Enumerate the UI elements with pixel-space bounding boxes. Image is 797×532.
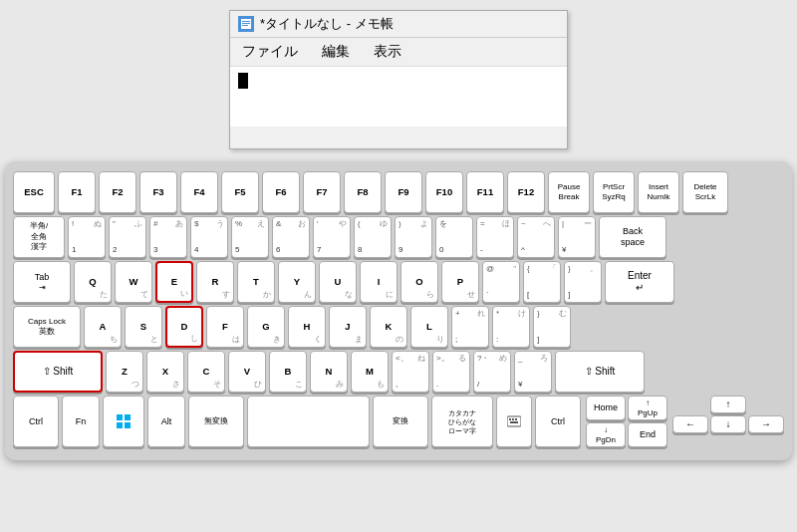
- key-backslash[interactable]: _ ¥ ろ: [514, 351, 552, 393]
- key-m[interactable]: M も: [351, 351, 389, 393]
- key-w[interactable]: W て: [115, 261, 152, 303]
- key-f9[interactable]: F9: [385, 171, 422, 213]
- key-capslock[interactable]: Caps Lock英数: [13, 306, 81, 348]
- key-tab[interactable]: Tab ⇥: [13, 261, 71, 303]
- key-f3[interactable]: F3: [139, 171, 177, 213]
- key-f12[interactable]: F12: [507, 171, 545, 213]
- key-comma[interactable]: <、 , ね: [392, 351, 429, 393]
- key-pgdn[interactable]: ↓PgDn: [586, 422, 626, 447]
- key-semicolon[interactable]: + ; れ: [451, 306, 489, 348]
- key-esc[interactable]: ESC: [13, 171, 55, 213]
- key-2[interactable]: " 2 ふ: [109, 216, 146, 258]
- svg-rect-8: [125, 422, 131, 428]
- key-space[interactable]: [247, 396, 370, 447]
- key-bracket-close[interactable]: { [ 「: [523, 261, 561, 303]
- key-i[interactable]: I に: [360, 261, 398, 303]
- key-minus[interactable]: = - ほ: [476, 216, 514, 258]
- key-h[interactable]: H く: [288, 306, 326, 348]
- key-f10[interactable]: F10: [425, 171, 463, 213]
- key-q[interactable]: Q た: [74, 261, 112, 303]
- key-enter[interactable]: Enter↵: [605, 261, 674, 303]
- key-henkan[interactable]: 変換: [373, 396, 428, 447]
- key-prtscr[interactable]: PrtScrSyzRq: [593, 171, 635, 213]
- key-bracket-open[interactable]: @ ` ": [482, 261, 520, 303]
- key-e[interactable]: E い: [155, 261, 193, 303]
- key-a[interactable]: A ち: [84, 306, 122, 348]
- key-shift-left[interactable]: ⇧ Shift: [13, 351, 103, 393]
- key-f6[interactable]: F6: [262, 171, 300, 213]
- key-f1[interactable]: F1: [58, 171, 96, 213]
- key-f7[interactable]: F7: [303, 171, 341, 213]
- key-pause[interactable]: PauseBreak: [548, 171, 590, 213]
- key-7[interactable]: ' 7 や: [313, 216, 351, 258]
- key-j[interactable]: J ま: [329, 306, 367, 348]
- menu-edit[interactable]: 編集: [318, 41, 354, 63]
- key-f4[interactable]: F4: [180, 171, 218, 213]
- key-b[interactable]: B こ: [269, 351, 307, 393]
- number-row: 半角/全角漢字 ! 1 ぬ " 2 ふ # 3 あ $ 4 う % 5 え & …: [13, 216, 784, 258]
- svg-rect-11: [512, 418, 514, 420]
- key-c[interactable]: C そ: [187, 351, 225, 393]
- key-1[interactable]: ! 1 ぬ: [68, 216, 106, 258]
- key-yen[interactable]: | ¥ ー: [558, 216, 596, 258]
- key-u[interactable]: U な: [319, 261, 357, 303]
- key-p[interactable]: P せ: [441, 261, 479, 303]
- key-arrow-right[interactable]: →: [748, 415, 784, 433]
- key-k[interactable]: K の: [370, 306, 407, 348]
- key-home[interactable]: Home: [586, 396, 626, 420]
- key-bracket-jp[interactable]: } ] む: [533, 306, 571, 348]
- key-r[interactable]: R す: [196, 261, 234, 303]
- key-8[interactable]: ( 8 ゆ: [354, 216, 392, 258]
- key-insert[interactable]: InsertNumIk: [638, 171, 679, 213]
- key-colon[interactable]: * : け: [492, 306, 530, 348]
- key-f8[interactable]: F8: [344, 171, 382, 213]
- menu-file[interactable]: ファイル: [238, 41, 302, 63]
- key-s[interactable]: S と: [125, 306, 162, 348]
- key-t[interactable]: T か: [237, 261, 275, 303]
- key-f11[interactable]: F11: [466, 171, 504, 213]
- key-0[interactable]: を 0: [435, 216, 473, 258]
- key-9[interactable]: ) 9 よ: [395, 216, 432, 258]
- key-g[interactable]: G き: [247, 306, 285, 348]
- notepad-content[interactable]: [230, 67, 567, 127]
- key-arrow-left[interactable]: ←: [672, 415, 708, 433]
- key-katakana[interactable]: カタカナひらがなローマ字: [431, 396, 493, 447]
- key-curly-close[interactable]: } ] 。: [564, 261, 602, 303]
- key-shift-right[interactable]: ⇧ Shift: [555, 351, 645, 393]
- svg-rect-7: [117, 422, 123, 428]
- key-period[interactable]: >。 . る: [432, 351, 470, 393]
- key-6[interactable]: & 6 お: [272, 216, 310, 258]
- key-win[interactable]: [103, 396, 144, 447]
- key-delete[interactable]: DeleteScrLk: [682, 171, 728, 213]
- key-d[interactable]: D し: [165, 306, 203, 348]
- key-z[interactable]: Z つ: [106, 351, 143, 393]
- key-v[interactable]: V ひ: [228, 351, 266, 393]
- key-arrow-down[interactable]: ↓: [710, 415, 746, 433]
- key-n[interactable]: N み: [310, 351, 348, 393]
- key-y[interactable]: Y ん: [278, 261, 316, 303]
- key-muhenkan[interactable]: 無変換: [188, 396, 244, 447]
- key-arrow-up[interactable]: ↑: [710, 396, 746, 413]
- key-hankaku[interactable]: 半角/全角漢字: [13, 216, 65, 258]
- key-f2[interactable]: F2: [99, 171, 136, 213]
- key-backspace[interactable]: Backspace: [599, 216, 666, 258]
- key-x[interactable]: X さ: [146, 351, 184, 393]
- key-alt-left[interactable]: Alt: [147, 396, 185, 447]
- key-4[interactable]: $ 4 う: [190, 216, 228, 258]
- key-f[interactable]: F は: [206, 306, 244, 348]
- key-l[interactable]: L り: [410, 306, 448, 348]
- svg-rect-4: [242, 25, 248, 26]
- key-o[interactable]: O ら: [400, 261, 438, 303]
- key-fn[interactable]: Fn: [62, 396, 100, 447]
- key-ctrl-left[interactable]: Ctrl: [13, 396, 59, 447]
- key-pgup[interactable]: ↑PgUp: [628, 396, 667, 420]
- key-5[interactable]: % 5 え: [231, 216, 269, 258]
- key-3[interactable]: # 3 あ: [149, 216, 187, 258]
- key-caret[interactable]: ~ ^ へ: [517, 216, 555, 258]
- key-slash[interactable]: ?・ / め: [473, 351, 511, 393]
- key-end[interactable]: End: [628, 422, 667, 447]
- key-f5[interactable]: F5: [221, 171, 259, 213]
- key-ctrl-right[interactable]: Ctrl: [535, 396, 581, 447]
- key-kana-icon[interactable]: [496, 396, 532, 447]
- menu-view[interactable]: 表示: [370, 41, 405, 63]
